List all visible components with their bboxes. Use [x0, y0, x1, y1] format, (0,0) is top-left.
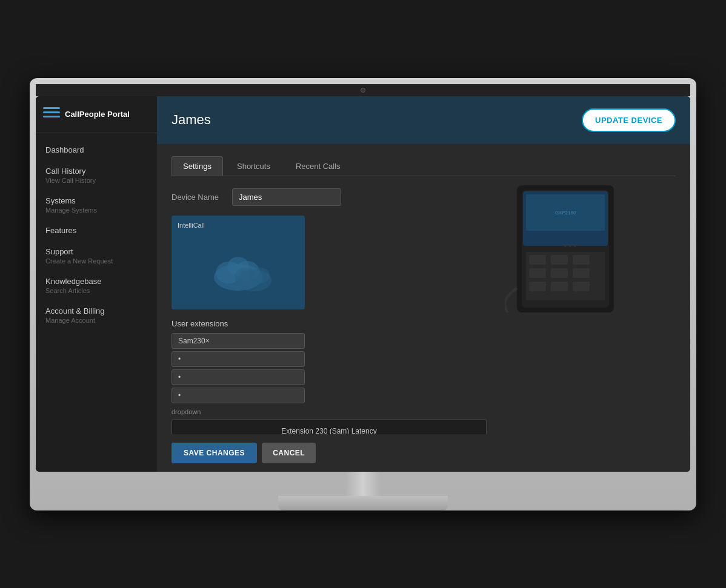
sidebar-item-knowledgebase[interactable]: Knowledgebase Search Articles: [36, 271, 157, 300]
extension-item-1[interactable]: •: [172, 351, 305, 367]
tab-recent-calls[interactable]: Recent Calls: [284, 156, 352, 176]
svg-rect-2: [43, 116, 60, 117]
sidebar: CallPeople Portal Dashboard Call History…: [36, 96, 157, 472]
device-name-label: Device Name: [172, 193, 232, 202]
device-name-input[interactable]: [232, 188, 341, 206]
svg-rect-26: [529, 282, 546, 291]
save-changes-button[interactable]: SAVE CHANGES: [172, 443, 257, 463]
sidebar-item-features[interactable]: Features: [36, 220, 157, 241]
svg-point-30: [569, 245, 571, 247]
svg-rect-23: [529, 268, 546, 278]
extension-item-0[interactable]: Sam230×: [172, 333, 305, 349]
sidebar-item-callhistory[interactable]: Call History View Call History: [36, 160, 157, 190]
button-row: SAVE CHANGES CANCEL: [157, 434, 690, 472]
svg-rect-1: [43, 111, 60, 113]
cancel-button[interactable]: CANCEL: [262, 443, 316, 463]
svg-rect-25: [573, 268, 590, 278]
camera-dot: [361, 88, 365, 93]
main-content: James UPDATE DEVICE Settings Shortcuts R…: [157, 96, 690, 472]
provider-label: IntelliCall: [178, 222, 299, 229]
svg-rect-0: [43, 107, 60, 109]
sidebar-item-systems[interactable]: Systems Manage Systems: [36, 190, 157, 220]
svg-rect-24: [551, 268, 568, 278]
sidebar-logo: CallPeople Portal: [36, 96, 157, 133]
svg-text:GXP2160: GXP2160: [555, 210, 576, 216]
svg-rect-21: [551, 255, 568, 265]
svg-rect-27: [551, 282, 568, 291]
left-panel: IntelliCall: [172, 216, 487, 472]
update-device-button[interactable]: UPDATE DEVICE: [582, 108, 676, 132]
logo-icon: [43, 106, 60, 123]
cloud-icon: [178, 234, 299, 303]
tab-bar: Settings Shortcuts Recent Calls: [172, 156, 676, 176]
extension-item-3[interactable]: •: [172, 388, 305, 403]
phone-image: GXP2160: [505, 179, 626, 319]
sidebar-nav: Dashboard Call History View Call History…: [36, 133, 157, 336]
svg-rect-20: [529, 255, 546, 265]
sidebar-item-support[interactable]: Support Create a New Request: [36, 241, 157, 271]
extensions-title: User extensions: [172, 319, 487, 328]
main-body: Settings Shortcuts Recent Calls Device N…: [157, 144, 690, 472]
main-header: James UPDATE DEVICE: [157, 96, 690, 144]
svg-rect-28: [573, 282, 590, 291]
svg-point-29: [564, 245, 567, 247]
dropdown-label: dropdown: [172, 408, 487, 415]
svg-rect-22: [573, 255, 590, 265]
svg-point-9: [250, 268, 270, 283]
extension-item-2[interactable]: •: [172, 369, 305, 385]
tab-shortcuts[interactable]: Shortcuts: [225, 156, 282, 176]
monitor-stand: [36, 472, 690, 510]
app-title: CallPeople Portal: [65, 110, 130, 119]
page-title: James: [172, 112, 211, 128]
svg-point-31: [574, 245, 576, 247]
sidebar-item-dashboard[interactable]: Dashboard: [36, 139, 157, 160]
phone-panel: GXP2160: [505, 179, 626, 472]
provider-box: IntelliCall: [172, 216, 305, 309]
sidebar-item-billing[interactable]: Account & Billing Manage Account: [36, 300, 157, 330]
tab-settings[interactable]: Settings: [172, 156, 223, 176]
